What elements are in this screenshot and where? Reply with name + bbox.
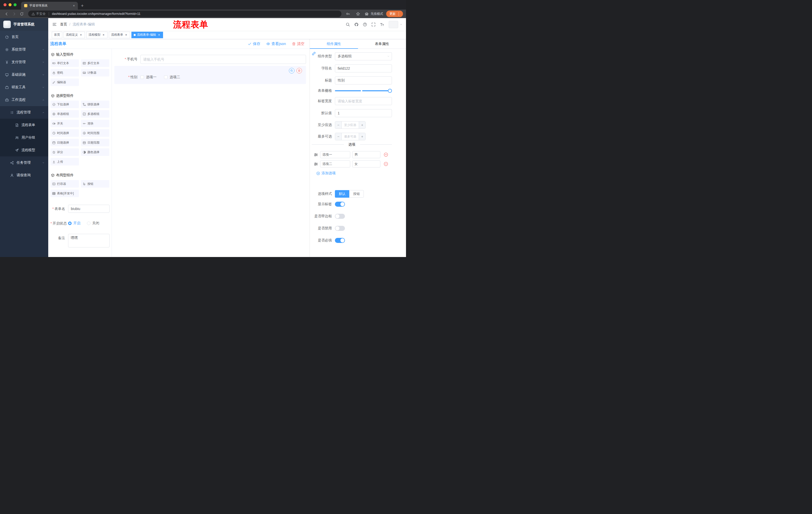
sidebar-item-devtools[interactable]: 研发工具: [0, 81, 48, 93]
close-icon[interactable]: ×: [79, 33, 83, 37]
increase-button[interactable]: +: [359, 121, 365, 129]
sidebar-item-home[interactable]: 首页: [0, 31, 48, 43]
palette-item-password[interactable]: 密码: [51, 69, 79, 77]
view-json-button[interactable]: 查看json: [266, 42, 286, 46]
form-canvas[interactable]: *手机号 *性别 选项一: [112, 49, 310, 257]
browser-update-button[interactable]: 更新 ⋮: [386, 10, 403, 17]
palette-item-rate[interactable]: 评分: [51, 148, 79, 156]
label-width-input[interactable]: [335, 97, 392, 105]
tab-form-props[interactable]: 表单属性: [358, 39, 406, 49]
sidebar-item-process-management[interactable]: 流程管理: [0, 106, 48, 119]
user-menu[interactable]: [389, 21, 403, 28]
bookmark-star-icon[interactable]: [354, 10, 361, 17]
palette-item-row-container[interactable]: 行容器: [51, 180, 79, 188]
tag-process-form-edit[interactable]: 流程表单-编辑 ×: [132, 32, 163, 38]
sidebar-item-process-model[interactable]: 流程模型: [0, 144, 48, 156]
close-icon[interactable]: ×: [157, 33, 161, 37]
option-label-input[interactable]: [320, 151, 350, 158]
tab-close-icon[interactable]: ×: [72, 4, 76, 8]
help-icon[interactable]: [361, 21, 368, 28]
tab-component-props[interactable]: 组件属性: [310, 39, 358, 49]
tag-process-model[interactable]: 流程模型 ×: [86, 32, 108, 38]
palette-item-single-line-text[interactable]: 单行文本: [51, 59, 79, 67]
close-icon[interactable]: ×: [124, 33, 128, 37]
form-remark-textarea[interactable]: 嘿嘿: [68, 234, 110, 247]
gender-option-1-checkbox[interactable]: 选项一: [140, 75, 156, 79]
sidebar-item-payment[interactable]: 支付管理: [0, 56, 48, 69]
clear-button[interactable]: 清空: [292, 42, 304, 46]
palette-item-cascader[interactable]: 级联选择: [81, 101, 109, 108]
sidebar-item-infrastructure[interactable]: 基础设施: [0, 69, 48, 81]
palette-item-slider[interactable]: 滑块: [81, 120, 109, 127]
search-icon[interactable]: [344, 21, 351, 28]
sidebar-item-user-group[interactable]: 用户分组: [0, 131, 48, 144]
link-icon[interactable]: [311, 51, 317, 56]
sidebar-item-process-form[interactable]: 流程表单: [0, 119, 48, 131]
palette-item-time-picker[interactable]: 时间选择: [51, 129, 79, 137]
decrease-button[interactable]: −: [335, 133, 342, 140]
add-option-button[interactable]: 添加选项: [316, 171, 392, 175]
max-checked-input[interactable]: [342, 133, 359, 140]
component-type-select[interactable]: 多选框组: [335, 52, 392, 60]
palette-item-table[interactable]: 表格[开发中]: [51, 190, 79, 197]
breadcrumb-home[interactable]: 首页: [60, 22, 67, 27]
close-icon[interactable]: ×: [102, 33, 105, 37]
border-switch[interactable]: [335, 214, 345, 219]
new-tab-button[interactable]: +: [78, 2, 87, 9]
address-bar[interactable]: 不安全 dashboard.yudao.iocoder.cn/bpm/manag…: [28, 10, 342, 17]
default-value-input[interactable]: [335, 109, 392, 117]
browser-back-button[interactable]: [3, 10, 10, 17]
browser-menu-icon[interactable]: ⋮: [397, 11, 402, 16]
disabled-switch[interactable]: [335, 226, 345, 231]
palette-item-date-picker[interactable]: 日期选择: [51, 139, 79, 146]
palette-item-checkbox-group[interactable]: 多选框组: [81, 110, 109, 118]
delete-item-button[interactable]: [296, 68, 302, 74]
sidebar-item-system[interactable]: 系统管理: [0, 43, 48, 56]
gender-option-2-checkbox[interactable]: 选项二: [164, 75, 180, 79]
sidebar-item-workflow[interactable]: 工作流程: [0, 93, 48, 106]
remove-option-icon[interactable]: [384, 162, 388, 166]
canvas-field-gender-selected[interactable]: *性别 选项一 选项二: [114, 66, 306, 84]
decrease-button[interactable]: −: [335, 121, 342, 129]
sidebar-item-leave-query[interactable]: 请假查询: [0, 169, 48, 182]
palette-item-color-picker[interactable]: 颜色选择: [81, 148, 109, 156]
remove-option-icon[interactable]: [384, 153, 388, 157]
option-value-input[interactable]: [352, 160, 380, 167]
tag-home[interactable]: 首页: [52, 32, 62, 38]
form-name-input[interactable]: [68, 205, 110, 213]
palette-item-time-range[interactable]: 时间范围: [81, 129, 109, 137]
show-label-switch[interactable]: [335, 202, 345, 207]
password-key-icon[interactable]: [344, 10, 351, 17]
save-button[interactable]: 保存: [248, 42, 260, 46]
required-switch[interactable]: [335, 238, 345, 243]
palette-item-multi-line-text[interactable]: 多行文本: [81, 59, 109, 67]
palette-item-button[interactable]: 按钮: [81, 180, 109, 188]
browser-tab[interactable]: 芋道管理系统 ×: [21, 2, 78, 9]
palette-item-upload[interactable]: 上传: [51, 158, 79, 165]
phone-input[interactable]: [140, 55, 306, 64]
minimize-window-button[interactable]: [8, 3, 11, 6]
palette-item-radio-group[interactable]: 单选框组: [51, 110, 79, 118]
zoom-window-button[interactable]: [13, 3, 17, 6]
field-name-input[interactable]: [335, 64, 392, 73]
sidebar-logo[interactable]: 芋道管理系统: [0, 18, 48, 31]
tag-process-definition[interactable]: 流程定义 ×: [63, 32, 85, 38]
option-value-input[interactable]: [352, 151, 380, 158]
tag-process-form[interactable]: 流程表单 ×: [109, 32, 130, 38]
style-button-button[interactable]: 按钮: [349, 190, 364, 198]
grid-slider[interactable]: [335, 90, 390, 91]
palette-item-counter[interactable]: 计数器: [81, 69, 109, 77]
drag-handle-icon[interactable]: [314, 162, 318, 166]
style-default-button[interactable]: 默认: [335, 190, 349, 198]
fullscreen-icon[interactable]: [370, 21, 377, 28]
palette-item-date-range[interactable]: 日期范围: [81, 139, 109, 146]
canvas-field-phone[interactable]: *手机号: [114, 55, 306, 64]
font-size-icon[interactable]: [379, 21, 385, 28]
palette-item-select[interactable]: 下拉选择: [51, 101, 79, 108]
title-input[interactable]: [335, 77, 392, 84]
slider-handle[interactable]: [388, 89, 392, 93]
option-label-input[interactable]: [320, 160, 350, 167]
browser-reload-button[interactable]: [18, 10, 25, 17]
sidebar-item-task-management[interactable]: 任务管理: [0, 156, 48, 169]
min-checked-input[interactable]: [342, 121, 359, 129]
